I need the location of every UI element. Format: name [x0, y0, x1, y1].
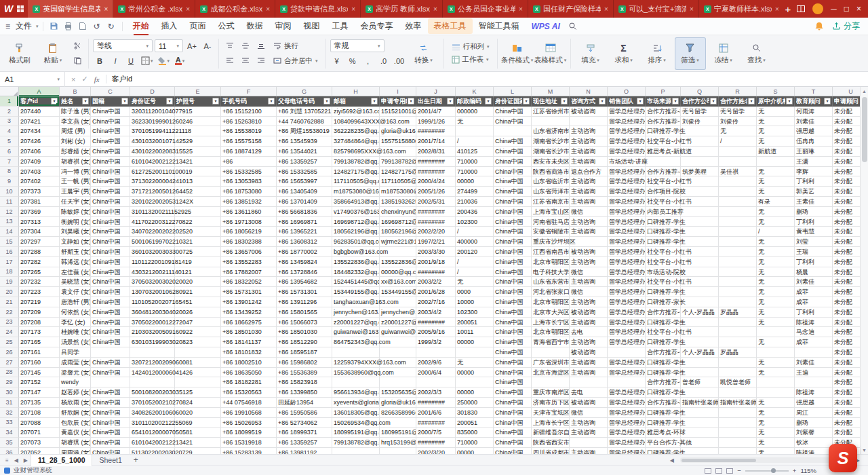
cell[interactable]: 壳号留学: [681, 107, 719, 117]
cell[interactable]: 江苏省徐州市: [532, 107, 570, 117]
cell[interactable]: China中国: [494, 337, 532, 347]
cell[interactable]: 710000: [456, 157, 494, 167]
align-left-button[interactable]: [223, 54, 237, 67]
confirm-entry-icon[interactable]: ✓: [81, 75, 87, 83]
cell[interactable]: +86 18770002: [277, 247, 332, 257]
row-header-11[interactable]: 11: [0, 197, 19, 207]
sheet-list-icon[interactable]: ≡: [3, 457, 12, 463]
cell[interactable]: [380, 448, 416, 454]
cell[interactable]: 强思越: [795, 398, 833, 408]
column-header-B[interactable]: B: [60, 87, 91, 96]
bold-button[interactable]: B: [93, 54, 106, 67]
underline-button[interactable]: U: [124, 54, 138, 67]
cell[interactable]: 864752343@qq.com: [332, 337, 380, 347]
cell[interactable]: 511302200203020729: [130, 448, 175, 454]
cell[interactable]: [416, 377, 456, 387]
cell[interactable]: 无: [757, 117, 795, 127]
cell[interactable]: [681, 217, 719, 227]
cell[interactable]: [130, 377, 175, 387]
cell[interactable]: 主动咨询: [570, 187, 608, 197]
filter-header-cell[interactable]: 国籍▾: [91, 96, 130, 107]
cell[interactable]: China中国: [91, 126, 130, 136]
cell[interactable]: 安徽省铜陵市: [532, 227, 570, 237]
cell[interactable]: [332, 448, 380, 454]
row-header-23[interactable]: 23: [0, 318, 19, 328]
row-header-30[interactable]: 30: [0, 387, 19, 398]
wrap-text-button[interactable]: 换行: [270, 41, 302, 52]
align-center-button[interactable]: [239, 54, 252, 67]
cell[interactable]: 汤景然 (女): [60, 337, 91, 347]
cell[interactable]: [608, 377, 646, 387]
cell[interactable]: 207073: [19, 438, 60, 448]
cell[interactable]: 207052: [19, 448, 60, 454]
cell[interactable]: 1553638960@qq.com: [332, 368, 380, 378]
cell[interactable]: 610104200212213421: [130, 157, 175, 167]
align-right-button[interactable]: [254, 54, 268, 67]
cell[interactable]: 799138782@qq.com: [332, 157, 380, 167]
column-header-P[interactable]: P: [646, 87, 681, 96]
filter-header-cell[interactable]: 父母电话号码▾: [277, 96, 332, 107]
cell[interactable]: +86 18999371: [277, 428, 332, 438]
cell[interactable]: 142401200006041426: [130, 368, 175, 378]
cell[interactable]: 山东省临沂市: [532, 176, 570, 187]
cell[interactable]: 10000: [456, 297, 494, 307]
cell[interactable]: 110112200109181419: [130, 257, 175, 267]
cell[interactable]: China中国: [494, 247, 532, 257]
cell[interactable]: China中国: [91, 257, 130, 267]
cell[interactable]: 刘素佳: [795, 358, 833, 368]
row-header-22[interactable]: 22: [0, 307, 19, 318]
cell[interactable]: [681, 157, 719, 167]
cell[interactable]: China中国: [494, 167, 532, 177]
row-header-8[interactable]: 8: [0, 167, 19, 177]
cell[interactable]: China中国: [91, 136, 130, 147]
cell[interactable]: 274499: [456, 187, 494, 197]
cell[interactable]: z20001227@qq.com: [380, 318, 416, 328]
cell[interactable]: China中国: [91, 438, 130, 448]
cell[interactable]: China中国: [91, 227, 130, 237]
cell[interactable]: 320721200209060081: [130, 358, 175, 368]
cell[interactable]: 无: [757, 107, 795, 117]
cell[interactable]: +44 7460762888: [277, 117, 332, 127]
cell[interactable]: 无: [757, 126, 795, 136]
cell[interactable]: 微信: [570, 267, 608, 278]
filter-dropdown-icon[interactable]: ▾: [371, 98, 378, 104]
cell[interactable]: +86 13544021: [277, 147, 332, 157]
cell[interactable]: 2001/4/7: [416, 107, 456, 117]
cell[interactable]: xx@163.com: [380, 277, 416, 287]
cell[interactable]: /: [456, 136, 494, 147]
cell[interactable]: 主动咨询: [570, 126, 608, 136]
filter-header-cell[interactable]: 邮箱▾: [332, 96, 380, 107]
cell[interactable]: 刘素佳: [795, 117, 833, 127]
taskbar-app-label[interactable]: 业财管理系统: [14, 466, 52, 475]
column-header-G[interactable]: G: [277, 87, 332, 96]
cell[interactable]: [681, 237, 719, 247]
cell[interactable]: 无: [757, 307, 795, 318]
cell[interactable]: +86 13439252: [221, 307, 277, 318]
cell[interactable]: 留学总经理办公室: [608, 438, 646, 448]
cell[interactable]: 207297: [19, 237, 60, 247]
cell[interactable]: 2001/9/18: [416, 257, 456, 267]
cell[interactable]: 北京市海淀区: [532, 368, 570, 378]
cell[interactable]: 2003/3/30: [416, 247, 456, 257]
filter-dropdown-icon[interactable]: ▾: [212, 98, 219, 104]
cell[interactable]: wendy: [60, 377, 91, 387]
hscroll-left-icon[interactable]: ◀: [667, 457, 677, 463]
cell[interactable]: 北京市朝阳区: [532, 297, 570, 307]
sheet-prev-icon[interactable]: ◀: [12, 457, 21, 463]
cell[interactable]: China中国: [91, 157, 130, 167]
cell[interactable]: +86 13611860: [221, 207, 277, 217]
cell[interactable]: +86 18501030: [221, 327, 277, 337]
cell[interactable]: China中国: [91, 358, 130, 368]
cell[interactable]: m18753080@163.com: [380, 187, 416, 197]
cell[interactable]: 丁利利: [795, 307, 833, 318]
row-header-10[interactable]: 10: [0, 187, 19, 197]
cell[interactable]: 口碑推荐-学生: [646, 418, 681, 428]
cell[interactable]: +86: [221, 157, 277, 167]
column-header-R[interactable]: R: [719, 87, 757, 96]
cell[interactable]: guiwanwei@163.com: [332, 327, 380, 337]
file-tab[interactable]: X宁夏教师样本.xlsx×: [699, 0, 779, 18]
cell[interactable]: /: [719, 136, 757, 147]
cell[interactable]: 654101200007050581: [130, 428, 175, 438]
cell[interactable]: 钦冰: [795, 438, 833, 448]
cell[interactable]: 山东省济南市: [532, 126, 570, 136]
